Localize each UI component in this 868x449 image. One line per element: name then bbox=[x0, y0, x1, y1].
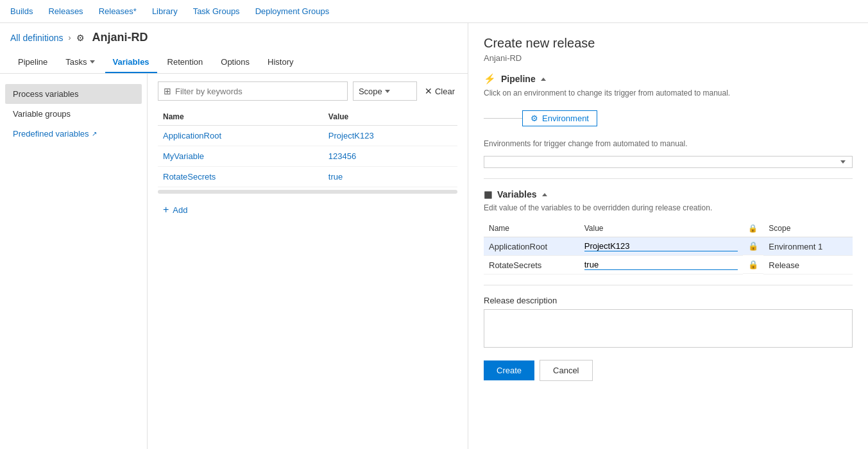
rv-col-lock: 🔒 bbox=[743, 220, 763, 237]
clear-label: Clear bbox=[435, 87, 455, 96]
rv-scope-cell: Environment 1 bbox=[763, 237, 853, 256]
table-row: MyVariable 123456 bbox=[158, 146, 457, 167]
sidebar-item-predefined-variables[interactable]: Predefined variables ↗ bbox=[5, 124, 142, 144]
sidebar-label-predefined-variables: Predefined variables bbox=[13, 129, 89, 139]
section-divider bbox=[484, 178, 853, 179]
tab-bar: PipelineTasksVariablesRetentionOptionsHi… bbox=[0, 52, 468, 74]
nav-item-releases-star[interactable]: Releases* bbox=[99, 6, 137, 16]
external-link-icon: ↗ bbox=[92, 130, 97, 137]
scope-dropdown[interactable]: Scope bbox=[353, 81, 417, 101]
sidebar-item-variable-groups[interactable]: Variable groups bbox=[5, 104, 142, 124]
clear-button[interactable]: ✕ Clear bbox=[422, 83, 457, 99]
add-label: Add bbox=[173, 205, 187, 215]
col-header-value: Value bbox=[323, 108, 457, 126]
tab-variables[interactable]: Variables bbox=[105, 52, 157, 73]
trigger-label: Environments for trigger change from aut… bbox=[484, 139, 853, 148]
pipeline-section-header: ⚡ Pipeline bbox=[484, 73, 853, 85]
var-value-cell[interactable]: ProjectK123 bbox=[323, 126, 457, 146]
scrollbar[interactable] bbox=[158, 190, 457, 194]
variable-table: Name Value ApplicationRoot ProjectK123 M… bbox=[158, 108, 457, 187]
panel-subtitle: Anjani-RD bbox=[484, 53, 853, 63]
table-row: RotateSecrets 🔒 Release bbox=[484, 256, 853, 275]
rv-value-input[interactable] bbox=[584, 260, 738, 270]
tab-label-tasks: Tasks bbox=[65, 57, 87, 67]
left-panel: All definitions › ⚙ Anjani-RD PipelineTa… bbox=[0, 23, 468, 449]
add-icon: + bbox=[163, 204, 169, 216]
rv-lock-cell[interactable]: 🔒 bbox=[743, 256, 763, 274]
variables-collapse-icon[interactable] bbox=[542, 193, 547, 196]
release-desc-label: Release description bbox=[484, 296, 853, 305]
nav-item-builds[interactable]: Builds bbox=[10, 6, 33, 16]
tab-tasks[interactable]: Tasks bbox=[58, 52, 102, 73]
cancel-button[interactable]: Cancel bbox=[540, 360, 592, 381]
table-row: RotateSecrets true bbox=[158, 167, 457, 187]
content-area: Process variablesVariable groupsPredefin… bbox=[0, 74, 468, 449]
env-button-icon: ⚙ bbox=[531, 114, 538, 123]
pipeline-icon: ⚡ bbox=[484, 73, 496, 85]
scope-label: Scope bbox=[359, 87, 382, 96]
var-name-cell[interactable]: ApplicationRoot bbox=[158, 126, 323, 146]
filter-icon: ⊞ bbox=[164, 86, 171, 96]
add-variable-button[interactable]: + Add bbox=[158, 199, 457, 221]
sidebar-item-process-variables[interactable]: Process variables bbox=[5, 84, 142, 104]
pipeline-label: Pipeline bbox=[501, 74, 536, 84]
col-header-name: Name bbox=[158, 108, 323, 126]
tab-history[interactable]: History bbox=[260, 52, 301, 73]
variables-icon: ▦ bbox=[484, 189, 492, 199]
main-layout: All definitions › ⚙ Anjani-RD PipelineTa… bbox=[0, 23, 868, 449]
nav-item-releases[interactable]: Releases bbox=[48, 6, 83, 16]
sidebar: Process variablesVariable groupsPredefin… bbox=[0, 74, 148, 449]
breadcrumb-icon: ⚙ bbox=[76, 33, 85, 43]
trigger-chevron-icon bbox=[840, 160, 846, 164]
section-divider-2 bbox=[484, 285, 853, 285]
nav-item-library[interactable]: Library bbox=[152, 6, 178, 16]
rv-value-cell[interactable] bbox=[579, 256, 744, 275]
nav-item-deployment-groups[interactable]: Deployment Groups bbox=[255, 6, 330, 16]
rv-value-input[interactable] bbox=[584, 241, 738, 251]
table-row: ApplicationRoot ProjectK123 bbox=[158, 126, 457, 146]
pipeline-env-row: ⚙ Environment bbox=[484, 105, 853, 131]
tab-pipeline[interactable]: Pipeline bbox=[10, 52, 55, 73]
variables-section-desc: Edit value of the variables to be overri… bbox=[484, 203, 853, 212]
table-row: ApplicationRoot 🔒 Environment 1 bbox=[484, 237, 853, 256]
action-bar: Create Cancel bbox=[484, 360, 853, 381]
top-nav: BuildsReleasesReleases*LibraryTask Group… bbox=[0, 0, 868, 23]
rv-name-cell: ApplicationRoot bbox=[484, 237, 579, 256]
breadcrumb: All definitions › ⚙ Anjani-RD bbox=[0, 23, 468, 52]
rv-scope-cell: Release bbox=[763, 256, 853, 275]
pipeline-collapse-icon[interactable] bbox=[541, 78, 546, 81]
pipeline-section-desc: Click on an environment to change its tr… bbox=[484, 89, 853, 97]
scope-chevron-icon bbox=[385, 90, 390, 93]
var-name-cell[interactable]: MyVariable bbox=[158, 146, 323, 167]
var-value-cell[interactable]: 123456 bbox=[323, 146, 457, 167]
filter-keyword-input[interactable] bbox=[175, 87, 342, 96]
right-panel: Create new release Anjani-RD ⚡ Pipeline … bbox=[468, 23, 868, 449]
env-button-label: Environment bbox=[542, 114, 589, 123]
create-button[interactable]: Create bbox=[484, 360, 534, 380]
rv-lock-cell[interactable]: 🔒 bbox=[743, 237, 763, 255]
tab-options[interactable]: Options bbox=[213, 52, 257, 73]
environment-button[interactable]: ⚙ Environment bbox=[522, 110, 597, 126]
clear-x-icon: ✕ bbox=[425, 86, 432, 96]
rv-value-cell[interactable] bbox=[579, 237, 744, 256]
variables-section-header: ▦ Variables bbox=[484, 189, 853, 199]
rv-col-scope: Scope bbox=[763, 220, 853, 237]
variables-label: Variables bbox=[497, 189, 537, 199]
filter-input-container: ⊞ bbox=[158, 81, 348, 101]
breadcrumb-arrow: › bbox=[69, 33, 71, 42]
filter-bar: ⊞ Scope ✕ Clear bbox=[158, 81, 457, 101]
nav-item-task-groups[interactable]: Task Groups bbox=[193, 6, 240, 16]
tab-retention[interactable]: Retention bbox=[160, 52, 211, 73]
release-variables-table: Name Value 🔒 Scope ApplicationRoot 🔒 Env… bbox=[484, 220, 853, 275]
breadcrumb-home[interactable]: All definitions bbox=[10, 33, 64, 43]
env-line bbox=[484, 118, 522, 119]
panel-title: Create new release bbox=[484, 36, 853, 51]
breadcrumb-current: Anjani-RD bbox=[92, 31, 148, 44]
tab-arrow-tasks bbox=[90, 60, 95, 64]
rv-name-cell: RotateSecrets bbox=[484, 256, 579, 275]
release-desc-input[interactable] bbox=[484, 309, 853, 348]
rv-col-value: Value bbox=[579, 220, 744, 237]
var-name-cell[interactable]: RotateSecrets bbox=[158, 167, 323, 187]
trigger-dropdown[interactable] bbox=[484, 156, 853, 168]
var-value-cell[interactable]: true bbox=[323, 167, 457, 187]
